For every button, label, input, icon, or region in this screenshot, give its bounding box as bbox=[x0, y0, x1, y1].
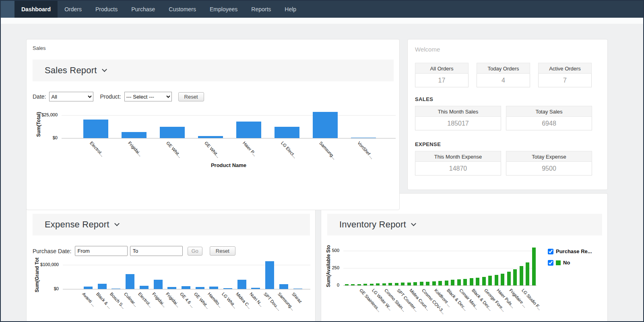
y-axis-title: Sum(Grand Tot bbox=[34, 258, 40, 292]
chart-legend: Purchase Re...No bbox=[548, 248, 592, 271]
sales-product-select[interactable]: --- Select --- bbox=[124, 92, 172, 101]
bar[interactable] bbox=[470, 278, 473, 285]
bar[interactable] bbox=[382, 283, 386, 285]
bar[interactable] bbox=[413, 282, 417, 285]
bar[interactable] bbox=[83, 120, 108, 138]
sales-heading: SALES bbox=[415, 96, 433, 102]
expense-reset-button[interactable]: Reset bbox=[210, 246, 235, 256]
legend-item[interactable]: No bbox=[548, 260, 592, 266]
x-tick-label: Shiraz bbox=[291, 291, 303, 304]
stat-value: 9500 bbox=[506, 162, 592, 175]
nav-item-purchase[interactable]: Purchase bbox=[124, 1, 162, 18]
bar[interactable] bbox=[126, 274, 134, 289]
stat-value: 185017 bbox=[415, 117, 501, 130]
legend-checkbox[interactable] bbox=[548, 260, 553, 266]
gridline bbox=[62, 138, 396, 138]
x-tick-label: Samsung... bbox=[318, 140, 337, 160]
bar[interactable] bbox=[160, 127, 185, 138]
bar[interactable] bbox=[223, 288, 232, 289]
expense-go-button[interactable]: Go bbox=[188, 247, 202, 256]
gridline bbox=[343, 251, 537, 251]
sales-plot-area bbox=[62, 111, 396, 138]
bar[interactable] bbox=[293, 289, 302, 289]
purchase-date-from-input[interactable] bbox=[75, 246, 128, 256]
inventory-chart: 5002500GE Stainless...LG White W...Cosmo… bbox=[321, 242, 608, 322]
stat-box: This Month Sales185017 bbox=[415, 106, 501, 130]
bar[interactable] bbox=[198, 136, 223, 138]
nav-item-orders[interactable]: Orders bbox=[58, 1, 89, 18]
bar[interactable] bbox=[420, 282, 423, 285]
x-tick-label: Haier P... bbox=[242, 140, 258, 157]
sales-date-select[interactable]: All bbox=[49, 92, 93, 101]
bar[interactable] bbox=[388, 283, 392, 285]
legend-item[interactable]: Purchase Re... bbox=[548, 248, 592, 254]
bar[interactable] bbox=[351, 284, 355, 285]
bar[interactable] bbox=[357, 284, 361, 285]
nav-item-employees[interactable]: Employees bbox=[203, 1, 244, 18]
bar[interactable] bbox=[370, 284, 374, 285]
bar[interactable] bbox=[279, 284, 288, 289]
bar[interactable] bbox=[476, 278, 479, 285]
bar[interactable] bbox=[532, 248, 536, 285]
nav-item-dashboard[interactable]: Dashboard bbox=[14, 1, 58, 18]
bar[interactable] bbox=[488, 276, 492, 285]
bar[interactable] bbox=[345, 284, 349, 285]
nav-item-customers[interactable]: Customers bbox=[162, 1, 203, 18]
bar[interactable] bbox=[401, 283, 405, 285]
bar[interactable] bbox=[111, 289, 120, 289]
bar[interactable] bbox=[140, 286, 149, 289]
bar[interactable] bbox=[451, 280, 454, 285]
bar[interactable] bbox=[457, 279, 461, 285]
bar[interactable] bbox=[167, 287, 176, 289]
bar[interactable] bbox=[376, 283, 380, 285]
bar[interactable] bbox=[313, 112, 338, 138]
bar[interactable] bbox=[426, 282, 429, 285]
bar[interactable] bbox=[98, 284, 107, 289]
y-axis-title: Sum(Total) bbox=[36, 112, 41, 137]
bar[interactable] bbox=[122, 132, 147, 138]
order-stats-row: All Orders17Today Orders4Active Orders7 bbox=[415, 63, 592, 87]
bar[interactable] bbox=[445, 281, 448, 285]
sales-reset-button[interactable]: Reset bbox=[178, 92, 204, 101]
bar[interactable] bbox=[363, 284, 367, 285]
bar[interactable] bbox=[84, 287, 93, 289]
inventory-report-header[interactable]: Inventory Report bbox=[327, 214, 602, 235]
bar[interactable] bbox=[482, 277, 486, 285]
bar[interactable] bbox=[182, 286, 190, 289]
stat-label: All Orders bbox=[415, 63, 469, 74]
bar[interactable] bbox=[275, 127, 299, 138]
x-tick-label: Culinar... bbox=[123, 291, 138, 308]
bar[interactable] bbox=[154, 280, 163, 289]
bar[interactable] bbox=[520, 266, 523, 285]
nav-item-reports[interactable]: Reports bbox=[244, 1, 278, 18]
bar[interactable] bbox=[265, 261, 274, 289]
expense-report-header[interactable]: Expense Report bbox=[33, 214, 310, 235]
legend-color-swatch bbox=[556, 260, 561, 265]
legend-checkbox[interactable] bbox=[548, 249, 553, 254]
bar[interactable] bbox=[495, 275, 498, 285]
bar[interactable] bbox=[463, 279, 467, 285]
bar[interactable] bbox=[407, 283, 411, 285]
bar[interactable] bbox=[513, 269, 517, 285]
bar[interactable] bbox=[209, 287, 218, 289]
sales-report-header[interactable]: Sales Report bbox=[33, 60, 394, 81]
nav-item-help[interactable]: Help bbox=[278, 1, 303, 18]
bar[interactable] bbox=[236, 122, 261, 138]
bar[interactable] bbox=[395, 283, 398, 285]
bar[interactable] bbox=[237, 280, 246, 289]
bar[interactable] bbox=[432, 281, 436, 285]
bar[interactable] bbox=[196, 287, 204, 289]
bar[interactable] bbox=[438, 281, 442, 285]
x-tick-label: VonShef ... bbox=[357, 140, 375, 160]
brand-block[interactable] bbox=[1, 1, 14, 18]
bar[interactable] bbox=[501, 274, 504, 285]
bar[interactable] bbox=[351, 138, 376, 138]
bar[interactable] bbox=[251, 288, 260, 289]
bar[interactable] bbox=[526, 262, 529, 285]
chevron-down-icon bbox=[411, 221, 416, 226]
welcome-card: Welcome All Orders17Today Orders4Active … bbox=[407, 39, 608, 190]
purchase-date-to-input[interactable] bbox=[130, 246, 183, 256]
nav-item-products[interactable]: Products bbox=[89, 1, 124, 18]
bar[interactable] bbox=[507, 272, 511, 285]
expense-plot-area bbox=[63, 261, 310, 289]
